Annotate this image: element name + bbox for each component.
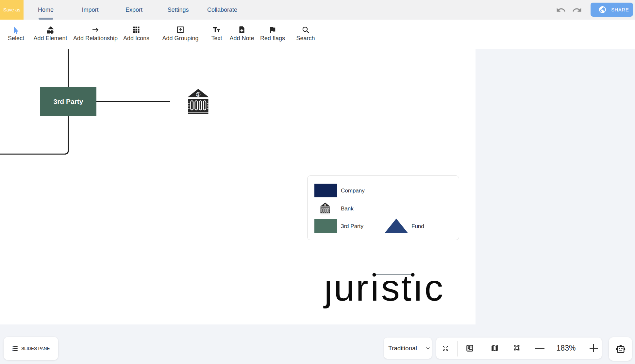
svg-text:3: 3 [11, 349, 13, 352]
svg-text:$: $ [197, 92, 199, 96]
